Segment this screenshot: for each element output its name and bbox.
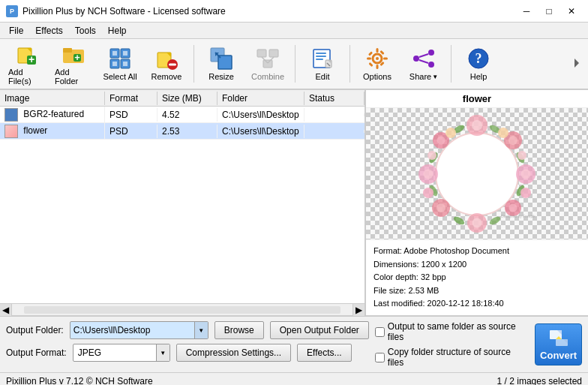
file-thumb-1 bbox=[4, 125, 18, 138]
edit-button[interactable]: Edit bbox=[300, 41, 345, 86]
combine-button[interactable]: Combine bbox=[245, 41, 290, 86]
share-icon bbox=[412, 47, 436, 71]
menu-file[interactable]: File bbox=[3, 24, 29, 38]
open-output-button[interactable]: Open Output Folder bbox=[270, 321, 369, 339]
svg-rect-30 bbox=[316, 53, 326, 54]
effects-button[interactable]: Effects... bbox=[297, 344, 351, 362]
svg-rect-42 bbox=[368, 51, 373, 56]
svg-rect-19 bbox=[169, 64, 176, 66]
same-folder-checkbox[interactable] bbox=[375, 327, 385, 337]
svg-line-49 bbox=[419, 54, 428, 57]
table-row[interactable]: flower PSD 2.53 C:\Users\ll\Desktop bbox=[0, 123, 364, 140]
svg-point-37 bbox=[376, 57, 379, 60]
svg-rect-40 bbox=[367, 58, 371, 60]
output-folder-combo[interactable]: ▼ bbox=[70, 321, 208, 339]
preview-color-depth: Color depth: 32 bpp bbox=[374, 271, 580, 284]
scroll-track bbox=[24, 306, 340, 314]
share-label: Share bbox=[410, 72, 431, 81]
preview-image-wrap: Designed by Freepik bbox=[366, 108, 588, 239]
menu-tools[interactable]: Tools bbox=[69, 24, 102, 38]
copy-folder-checkbox[interactable] bbox=[375, 353, 385, 362]
combine-icon bbox=[256, 47, 280, 71]
svg-point-81 bbox=[518, 151, 526, 160]
browse-button[interactable]: Browse bbox=[214, 321, 264, 339]
menu-help[interactable]: Help bbox=[102, 24, 133, 38]
help-button[interactable]: ? Help bbox=[456, 41, 501, 86]
output-format-combo[interactable]: JPEG ▼ bbox=[73, 344, 170, 362]
select-all-button[interactable]: Select All bbox=[98, 41, 142, 86]
options-icon bbox=[365, 47, 389, 71]
svg-text:+: + bbox=[28, 53, 34, 65]
maximize-button[interactable]: □ bbox=[538, 4, 560, 19]
svg-point-84 bbox=[428, 151, 436, 160]
file-name-0: BGR2-featured bbox=[0, 107, 105, 123]
format-combo-arrow[interactable]: ▼ bbox=[156, 344, 170, 361]
svg-point-82 bbox=[520, 188, 531, 198]
bottom-area: Output Folder: ▼ Browse Open Output Fold… bbox=[0, 315, 588, 372]
menu-bar: File Effects Tools Help bbox=[0, 23, 588, 39]
preview-dimensions: Dimensions: 1200 x 1200 bbox=[374, 258, 580, 272]
add-files-button[interactable]: + Add File(s) bbox=[4, 41, 50, 86]
scroll-right-button[interactable]: ▶ bbox=[352, 304, 364, 316]
same-folder-label: Output to same folder as source files bbox=[388, 321, 526, 342]
remove-label: Remove bbox=[152, 72, 182, 81]
remove-button[interactable]: Remove bbox=[144, 41, 189, 86]
preview-image: Designed by Freepik bbox=[402, 108, 552, 239]
file-folder-0: C:\Users\ll\Desktop bbox=[218, 108, 304, 122]
select-all-label: Select All bbox=[103, 72, 136, 81]
file-size-0: 4.52 bbox=[158, 108, 218, 122]
more-button[interactable] bbox=[570, 53, 584, 76]
copy-folder-row[interactable]: Copy folder structure of source files bbox=[375, 347, 526, 368]
preview-info: Format: Adobe Photoshop Document Dimensi… bbox=[366, 239, 588, 315]
app-version: Pixillion Plus v 7.12 © NCH Software bbox=[6, 376, 153, 386]
svg-point-63 bbox=[509, 203, 518, 212]
window-controls: ─ □ ✕ bbox=[516, 4, 582, 19]
share-button[interactable]: Share ▼ bbox=[401, 41, 446, 86]
resize-label: Resize bbox=[208, 72, 234, 81]
file-thumb-0 bbox=[4, 108, 18, 122]
output-format-row: Output Format: JPEG ▼ Compression Settin… bbox=[6, 344, 369, 362]
minimize-button[interactable]: ─ bbox=[516, 4, 537, 19]
preview-last-modified: Last modified: 2020-12-12 18:18:40 bbox=[374, 297, 580, 311]
status-bar: Pixillion Plus v 7.12 © NCH Software 1 /… bbox=[0, 372, 588, 385]
convert-icon bbox=[548, 329, 569, 347]
resize-icon bbox=[209, 47, 233, 71]
col-header-size: Size (MB) bbox=[158, 92, 218, 105]
resize-button[interactable]: Resize bbox=[199, 41, 244, 86]
svg-rect-5 bbox=[63, 48, 72, 53]
add-folder-button[interactable]: + Add Folder bbox=[51, 41, 96, 86]
svg-rect-41 bbox=[383, 58, 388, 60]
svg-rect-25 bbox=[269, 50, 278, 57]
add-folder-icon: + bbox=[62, 42, 86, 66]
svg-text:+: + bbox=[74, 52, 80, 63]
table-row[interactable]: BGR2-featured PSD 4.52 C:\Users\ll\Deskt… bbox=[0, 107, 364, 123]
preview-title: flower bbox=[366, 90, 588, 108]
same-folder-row[interactable]: Output to same folder as source files bbox=[375, 321, 526, 342]
svg-point-65 bbox=[472, 218, 482, 227]
file-status-0 bbox=[304, 113, 364, 116]
bottom-left-controls: Output Folder: ▼ Browse Open Output Fold… bbox=[6, 321, 369, 368]
file-list-area: Image Format Size (MB) Folder Status BGR… bbox=[0, 90, 365, 315]
col-header-status: Status bbox=[304, 92, 364, 105]
select-all-icon bbox=[108, 47, 132, 71]
edit-label: Edit bbox=[316, 72, 330, 81]
convert-label: Convert bbox=[540, 350, 577, 361]
menu-effects[interactable]: Effects bbox=[29, 24, 68, 38]
svg-point-59 bbox=[508, 136, 518, 145]
output-folder-input[interactable] bbox=[70, 323, 194, 337]
close-button[interactable]: ✕ bbox=[561, 4, 582, 19]
convert-button[interactable]: Convert bbox=[535, 323, 582, 365]
horizontal-scrollbar[interactable]: ◀ ▶ bbox=[0, 303, 364, 315]
checkboxes-column: Output to same folder as source files Co… bbox=[375, 321, 526, 368]
main-content: Image Format Size (MB) Folder Status BGR… bbox=[0, 90, 588, 315]
preview-area: flower bbox=[365, 90, 588, 315]
compression-settings-button[interactable]: Compression Settings... bbox=[176, 344, 291, 362]
file-format-0: PSD bbox=[105, 108, 158, 122]
scroll-left-button[interactable]: ◀ bbox=[0, 304, 12, 316]
svg-point-71 bbox=[437, 136, 446, 144]
selection-status: 1 / 2 images selected bbox=[497, 376, 582, 386]
file-format-1: PSD bbox=[105, 125, 158, 138]
folder-combo-arrow[interactable]: ▼ bbox=[194, 322, 208, 338]
edit-icon bbox=[310, 47, 334, 71]
options-button[interactable]: Options bbox=[355, 41, 400, 86]
